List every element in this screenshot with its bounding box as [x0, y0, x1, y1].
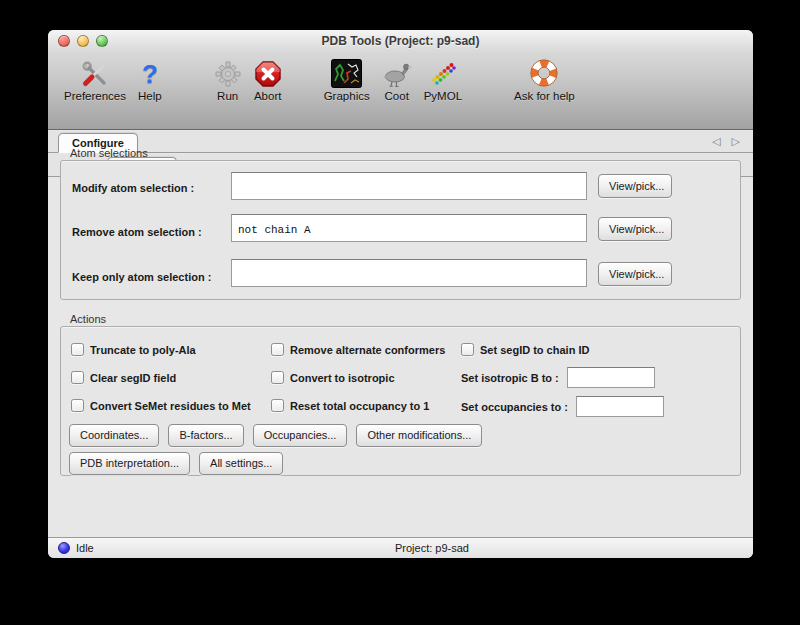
toolbar-label: Help	[138, 90, 162, 102]
tab-scroll-right-icon[interactable]: ▷	[732, 135, 740, 148]
other-modifications-button[interactable]: Other modifications...	[356, 424, 482, 447]
project-label: Project: p9-sad	[395, 542, 469, 554]
set-occupancies-field: Set occupancies to :	[461, 396, 664, 417]
pdb-tools-window: PDB Tools (Project: p9-sad) Preferences	[48, 30, 753, 558]
window-title: PDB Tools (Project: p9-sad)	[48, 34, 753, 48]
modify-selection-label: Modify atom selection :	[72, 182, 194, 194]
actions-button-row-1: Coordinates... B-factors... Occupancies.…	[69, 424, 482, 447]
toolbar-label: PyMOL	[424, 90, 462, 102]
remove-selection-input[interactable]	[231, 214, 587, 242]
checkbox-icon	[271, 343, 284, 356]
set-isotropic-label: Set isotropic B to :	[461, 372, 559, 384]
tools-icon	[81, 56, 109, 88]
keep-selection-input[interactable]	[231, 259, 587, 287]
toolbar-label: Run	[217, 90, 238, 102]
keep-selection-label: Keep only atom selection :	[72, 271, 211, 283]
coordinates-button[interactable]: Coordinates...	[69, 424, 159, 447]
remove-altconf-checkbox[interactable]: Remove alternate conformers	[271, 343, 445, 356]
rainbow-helix-icon	[429, 56, 457, 88]
toolbar-label: Ask for help	[514, 90, 575, 102]
atom-selections-title: Atom selections	[70, 147, 148, 159]
actions-button-row-2: PDB interpretation... All settings...	[69, 452, 283, 475]
run-button[interactable]: Run	[210, 54, 246, 104]
keep-viewpick-button[interactable]: View/pick...	[598, 262, 672, 286]
checkbox-icon	[271, 399, 284, 412]
modify-viewpick-button[interactable]: View/pick...	[598, 174, 672, 198]
checkbox-icon	[71, 343, 84, 356]
toolbar: Preferences ? Help	[48, 54, 753, 128]
coot-button[interactable]: Coot	[378, 54, 416, 104]
checkbox-icon	[71, 371, 84, 384]
ask-for-help-button[interactable]: Ask for help	[510, 54, 579, 104]
pymol-button[interactable]: PyMOL	[420, 54, 466, 104]
molecule-graphics-icon	[331, 56, 362, 88]
set-occupancies-input[interactable]	[576, 396, 664, 417]
modify-selection-input[interactable]	[231, 172, 587, 200]
toolbar-label: Preferences	[64, 90, 126, 102]
pdb-interpretation-button[interactable]: PDB interpretation...	[69, 452, 190, 475]
b-factors-button[interactable]: B-factors...	[168, 424, 243, 447]
set-segid-checkbox[interactable]: Set segID to chain ID	[461, 343, 589, 356]
truncate-polyala-checkbox[interactable]: Truncate to poly-Ala	[71, 343, 196, 356]
lifebuoy-icon	[529, 56, 559, 88]
coot-bird-icon	[382, 56, 412, 88]
clear-segid-checkbox[interactable]: Clear segID field	[71, 371, 176, 384]
graphics-button[interactable]: Graphics	[320, 54, 374, 104]
toolbar-label: Abort	[254, 90, 282, 102]
status-indicator-icon	[58, 542, 70, 554]
set-occupancies-label: Set occupancies to :	[461, 401, 568, 413]
help-button[interactable]: ? Help	[134, 54, 166, 104]
checkbox-icon	[461, 343, 474, 356]
occupancies-button[interactable]: Occupancies...	[253, 424, 348, 447]
set-isotropic-input[interactable]	[567, 367, 655, 388]
actions-group: Truncate to poly-Ala Remove alternate co…	[60, 326, 741, 476]
convert-isotropic-checkbox[interactable]: Convert to isotropic	[271, 371, 395, 384]
convert-semet-checkbox[interactable]: Convert SeMet residues to Met	[71, 399, 251, 412]
reset-occupancy-checkbox[interactable]: Reset total occupancy to 1	[271, 399, 429, 412]
all-settings-button[interactable]: All settings...	[199, 452, 283, 475]
atom-selections-group: Modify atom selection : View/pick... Rem…	[60, 160, 741, 300]
checkbox-icon	[271, 371, 284, 384]
preferences-button[interactable]: Preferences	[60, 54, 130, 104]
stop-x-icon	[254, 56, 282, 88]
remove-selection-label: Remove atom selection :	[72, 226, 202, 238]
status-text: Idle	[76, 542, 94, 554]
gear-icon	[214, 56, 242, 88]
titlebar[interactable]: PDB Tools (Project: p9-sad)	[48, 30, 753, 52]
checkbox-icon	[71, 399, 84, 412]
toolbar-label: Coot	[385, 90, 409, 102]
status-bar: Idle Project: p9-sad	[48, 537, 753, 558]
abort-button[interactable]: Abort	[250, 54, 286, 104]
tab-scroll-left-icon[interactable]: ◁	[712, 135, 720, 148]
question-mark-icon: ?	[142, 56, 158, 88]
window-chrome: PDB Tools (Project: p9-sad) Preferences	[48, 30, 753, 130]
remove-viewpick-button[interactable]: View/pick...	[598, 217, 672, 241]
configure-tabbar: Configure ◁ ▷	[48, 131, 753, 153]
actions-title: Actions	[70, 313, 106, 325]
set-isotropic-field: Set isotropic B to :	[461, 367, 655, 388]
toolbar-label: Graphics	[324, 90, 370, 102]
